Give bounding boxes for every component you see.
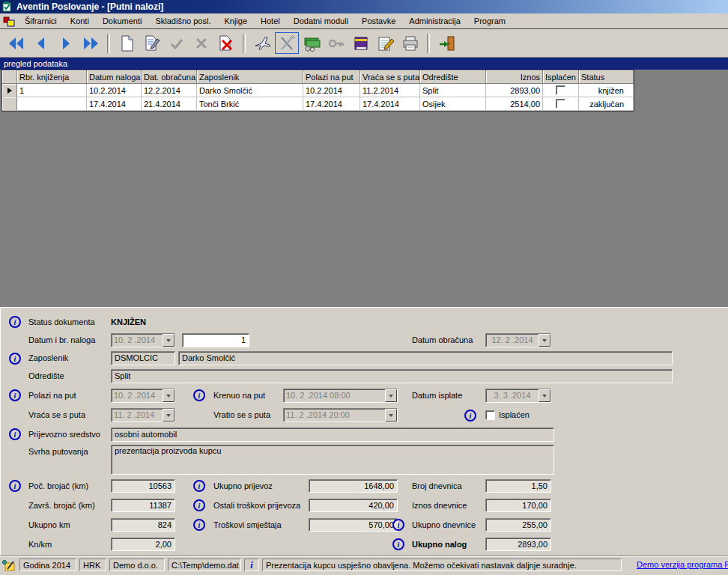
menu-dodatni-moduli[interactable]: Dodatni moduli	[287, 14, 355, 28]
zaposlenik-sifra-input[interactable]: DSMOLCIC	[111, 351, 175, 365]
statusbar-info-icon: i	[244, 559, 259, 571]
col-header-iznos[interactable]: Iznos	[486, 70, 543, 84]
menu-program[interactable]: Program	[467, 14, 512, 28]
exit-button[interactable]	[434, 32, 459, 55]
isplacen-checkbox[interactable]	[485, 410, 495, 420]
info-icon[interactable]	[9, 353, 21, 365]
dropdown-button[interactable]	[163, 409, 175, 422]
print-button[interactable]	[398, 32, 422, 55]
col-header-datum-naloga[interactable]: Datum naloga	[87, 70, 142, 84]
next-record-button[interactable]	[53, 32, 78, 55]
meals-button[interactable]	[275, 32, 299, 54]
info-icon[interactable]	[9, 316, 21, 328]
info-icon[interactable]	[193, 480, 205, 492]
confirm-button[interactable]	[164, 32, 189, 55]
info-icon[interactable]	[193, 389, 205, 401]
datum-naloga-combo[interactable]: 10. 2 .2014	[111, 333, 175, 347]
grid-cell: 21.4.2014	[142, 97, 197, 111]
travel-orders-button[interactable]	[250, 32, 275, 55]
row-selector[interactable]	[2, 84, 17, 97]
grid-cell: 10.2.2014	[303, 84, 360, 97]
info-icon[interactable]	[9, 428, 21, 440]
odrediste-input[interactable]: Split	[111, 369, 673, 383]
delete-document-button[interactable]	[213, 32, 238, 55]
svrha-textarea[interactable]: prezentacija proizvoda kupcu	[111, 445, 554, 475]
col-header-rbr[interactable]: Rbr. knjiženja	[17, 70, 87, 84]
prijevozno-input[interactable]: osobni automobil	[111, 428, 554, 442]
cancel-button[interactable]	[189, 32, 213, 55]
table-row[interactable]: 1 10.2.2014 12.2.2014 Darko Smolčić 10.2…	[2, 84, 634, 97]
info-icon[interactable]	[392, 519, 404, 531]
broj-naloga-input[interactable]: 1	[182, 333, 249, 347]
menu-konti[interactable]: Konti	[64, 14, 96, 28]
datum-obracuna-combo[interactable]: 12. 2 .2014	[485, 333, 551, 347]
dropdown-button[interactable]	[163, 389, 175, 402]
datum-isplate-combo[interactable]: 3. 3 .2014	[485, 389, 551, 403]
bookkeeping-button[interactable]	[348, 32, 373, 55]
vraca-combo[interactable]: 11. 2 .2014	[111, 408, 175, 422]
grid-workspace: Rbr. knjiženja Datum naloga Dat. obračun…	[0, 70, 728, 307]
broj-dnevnica-label: Broj dnevnica	[412, 479, 462, 493]
vratio-combo[interactable]: 11. 2 .2014 20:00	[283, 408, 398, 422]
menu-administracija[interactable]: Administracija	[402, 14, 467, 28]
ukupno-km-input[interactable]: 824	[111, 518, 175, 532]
dropdown-button[interactable]	[385, 409, 397, 422]
dropdown-button[interactable]	[385, 389, 397, 402]
isplacen-row-checkbox[interactable]	[556, 99, 565, 109]
info-icon[interactable]	[9, 480, 21, 492]
ukupno-prijevoz-input[interactable]: 1648,00	[309, 479, 398, 493]
col-header-odrediste[interactable]: Odredište	[420, 70, 486, 84]
menu-skladisno[interactable]: Skladišno posl.	[148, 14, 217, 28]
dropdown-button[interactable]	[163, 334, 175, 347]
table-row[interactable]: 17.4.2014 21.4.2014 Tonči Brkić 17.4.201…	[2, 97, 634, 111]
polazi-value: 10. 2 .2014	[112, 389, 163, 402]
menu-sifrarnici[interactable]: Šifrarnici	[18, 14, 64, 28]
col-header-isplacen[interactable]: Isplaćen	[543, 70, 579, 84]
datum-obracuna-value: 12. 2 .2014	[486, 334, 539, 347]
col-header-polazi[interactable]: Polazi na put	[303, 70, 360, 84]
menu-knjige[interactable]: Knjige	[217, 14, 254, 28]
dropdown-button[interactable]	[539, 389, 550, 402]
ukupno-nalog-input[interactable]: 2893,00	[485, 538, 551, 551]
menu-postavke[interactable]: Postavke	[355, 14, 402, 28]
broj-dnevnica-input[interactable]: 1,50	[485, 479, 551, 493]
notes-button[interactable]	[373, 32, 398, 55]
menu-dokumenti[interactable]: Dokumenti	[96, 14, 149, 28]
edit-document-button[interactable]	[139, 32, 164, 55]
isplacen-row-checkbox[interactable]	[556, 85, 565, 95]
key-button[interactable]	[324, 32, 348, 55]
row-selector[interactable]	[2, 97, 17, 111]
last-record-button[interactable]	[78, 32, 103, 55]
payments-button[interactable]	[299, 32, 324, 55]
menu-hotel[interactable]: Hotel	[254, 14, 287, 28]
status-dokumenta-label: Status dokumenta	[28, 315, 95, 329]
krenuo-combo[interactable]: 10. 2 .2014 08:00	[283, 389, 398, 403]
zaposlenik-ime-input[interactable]: Darko Smolčić	[178, 351, 673, 365]
iznos-dnevnice-input[interactable]: 170,00	[485, 499, 551, 512]
grid-cell: 2893,00	[486, 84, 543, 97]
first-record-button[interactable]	[4, 32, 28, 55]
title-bar: Aventin Poslovanje - [Putni nalozi]	[0, 0, 728, 13]
polazi-combo[interactable]: 10. 2 .2014	[111, 389, 175, 403]
ostali-troskovi-input[interactable]: 420,00	[309, 499, 398, 512]
zavrs-brojac-input[interactable]: 11387	[111, 499, 175, 512]
col-header-zaposlenik[interactable]: Zaposlenik	[197, 70, 303, 84]
previous-record-button[interactable]	[28, 32, 53, 55]
col-header-vraca[interactable]: Vraća se s puta	[360, 70, 420, 84]
troskovi-smjestaja-input[interactable]: 570,00	[309, 518, 398, 532]
info-icon[interactable]	[193, 499, 205, 511]
dropdown-button[interactable]	[539, 334, 550, 347]
col-header-status[interactable]: Status	[579, 70, 634, 84]
info-icon[interactable]	[392, 538, 404, 550]
new-document-button[interactable]	[115, 32, 139, 55]
kn-km-input[interactable]: 2,00	[111, 538, 175, 551]
ukupno-dnevnice-input[interactable]: 255,00	[485, 518, 551, 532]
key-icon	[327, 34, 345, 52]
poc-brojac-input[interactable]: 10563	[111, 479, 175, 493]
info-icon[interactable]	[193, 519, 205, 531]
info-icon[interactable]	[9, 389, 21, 401]
demo-version-link[interactable]: Demo verzija programa P	[637, 560, 728, 569]
info-icon[interactable]	[464, 410, 476, 422]
col-header-dat-obracuna[interactable]: Dat. obračuna	[142, 70, 197, 84]
ukupno-nalog-label: Ukupno nalog	[412, 538, 467, 552]
